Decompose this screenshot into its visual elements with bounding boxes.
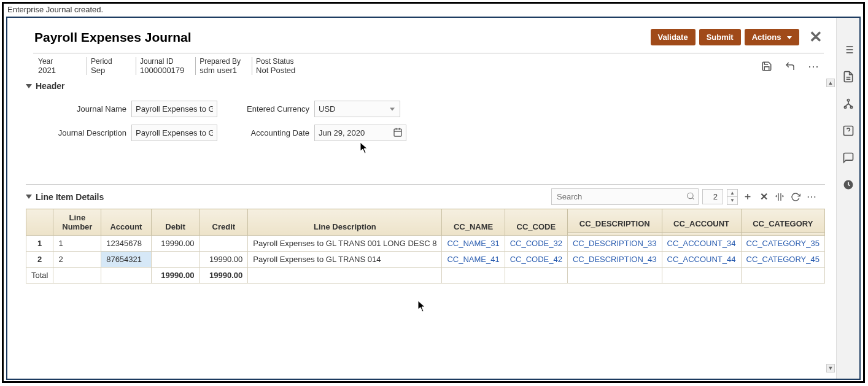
- cell-cc-description[interactable]: CC_DESCRIPTION_43: [567, 252, 662, 268]
- cell-line-number[interactable]: 2: [53, 252, 101, 268]
- cell-line-number[interactable]: 1: [53, 236, 101, 252]
- col-line-description[interactable]: Line Description: [248, 209, 442, 236]
- row-stepper[interactable]: ▲ ▼: [727, 189, 738, 205]
- cell-cc-account[interactable]: CC_ACCOUNT_34: [662, 236, 741, 252]
- svg-point-4: [688, 193, 693, 198]
- stepper-down-icon[interactable]: ▼: [727, 197, 737, 204]
- svg-line-5: [692, 198, 694, 199]
- info-period-value: Sep: [91, 66, 125, 75]
- validate-button[interactable]: Validate: [651, 29, 696, 45]
- hierarchy-icon[interactable]: [841, 96, 856, 111]
- info-panel: Year 2021 Period Sep Journal ID 10000001…: [33, 53, 824, 79]
- app-window: Enterprise Journal created. Payroll Expe…: [2, 2, 865, 383]
- cell-cc-code[interactable]: CC_CODE_42: [505, 252, 567, 268]
- col-debit[interactable]: Debit: [151, 209, 200, 236]
- list-icon[interactable]: [841, 42, 856, 57]
- journal-description-label: Journal Description: [45, 128, 126, 137]
- search-icon[interactable]: [686, 191, 695, 202]
- line-items-table: Line Number Account Debit Credit Line De…: [26, 209, 825, 284]
- info-poststatus-label: Post Status: [256, 57, 295, 66]
- col-cc-description[interactable]: CC_DESCRIPTION: [567, 209, 662, 233]
- actions-label: Actions: [752, 33, 781, 42]
- more-icon[interactable]: ⋯: [805, 191, 818, 203]
- journal-description-input[interactable]: [131, 125, 217, 141]
- cell-cc-name[interactable]: CC_NAME_41: [442, 252, 505, 268]
- info-preparedby-value: sdm user1: [200, 66, 241, 75]
- cell-debit[interactable]: [151, 252, 200, 268]
- entered-currency-label: Entered Currency: [242, 104, 309, 114]
- refresh-icon[interactable]: [789, 191, 802, 203]
- col-line-number[interactable]: Line Number: [53, 209, 101, 236]
- chevron-down-icon: [390, 107, 395, 110]
- cell-cc-category[interactable]: CC_CATEGORY_35: [741, 236, 824, 252]
- cell-credit[interactable]: [200, 236, 248, 252]
- col-cc-name[interactable]: CC_NAME: [442, 209, 505, 236]
- total-credit: 19990.00: [200, 268, 248, 284]
- actions-menu-button[interactable]: Actions: [745, 29, 799, 45]
- lineitems-disclosure-icon[interactable]: [26, 195, 32, 199]
- corner-header: [26, 209, 53, 236]
- table-row[interactable]: 1 1 12345678 19990.00 Payroll Expenses t…: [26, 236, 825, 252]
- info-preparedby-label: Prepared By: [200, 57, 241, 66]
- lineitems-section-title: Line Item Details: [36, 192, 104, 202]
- row-counter[interactable]: 2: [702, 189, 723, 204]
- row-number[interactable]: 2: [26, 252, 53, 268]
- add-row-icon[interactable]: ＋: [742, 191, 754, 203]
- cell-cc-name[interactable]: CC_NAME_31: [442, 236, 505, 252]
- table-row[interactable]: 2 2 87654321 19990.00 Payroll Expenses t…: [26, 252, 825, 268]
- entered-currency-select[interactable]: USD: [314, 101, 400, 117]
- header-disclosure-icon[interactable]: [26, 84, 32, 88]
- col-cc-account[interactable]: CC_ACCOUNT: [662, 209, 741, 233]
- info-year-label: Year: [38, 57, 76, 66]
- journal-panel: Payroll Expenses Journal Validate Submit…: [6, 17, 861, 380]
- cell-line-description[interactable]: Payroll Expenses to GL TRANS 014: [248, 252, 442, 268]
- col-cc-code[interactable]: CC_CODE: [505, 209, 567, 236]
- info-period-label: Period: [91, 57, 125, 66]
- col-cc-category[interactable]: CC_CATEGORY: [741, 209, 824, 233]
- comment-icon[interactable]: [841, 150, 856, 165]
- clock-icon[interactable]: [841, 177, 856, 192]
- cell-line-description[interactable]: Payroll Expenses to GL TRANS 001 LONG DE…: [248, 236, 442, 252]
- scroll-down-icon[interactable]: ▼: [826, 364, 835, 372]
- submit-button[interactable]: Submit: [699, 29, 741, 45]
- cell-cc-category[interactable]: CC_CATEGORY_45: [741, 252, 824, 268]
- adjust-columns-icon[interactable]: [773, 191, 786, 203]
- chevron-down-icon: [787, 36, 792, 39]
- info-journalid-label: Journal ID: [140, 57, 184, 66]
- info-journalid-value: 1000000179: [140, 66, 184, 75]
- more-icon[interactable]: ⋯: [807, 60, 820, 73]
- search-input[interactable]: [551, 188, 699, 205]
- close-icon[interactable]: ✕: [809, 28, 823, 47]
- svg-point-18: [850, 106, 852, 108]
- cell-cc-description[interactable]: CC_DESCRIPTION_33: [567, 236, 662, 252]
- stepper-up-icon[interactable]: ▲: [727, 190, 737, 197]
- cell-cc-account[interactable]: CC_ACCOUNT_44: [662, 252, 741, 268]
- col-credit[interactable]: Credit: [200, 209, 248, 236]
- cell-debit[interactable]: 19990.00: [151, 236, 200, 252]
- journal-name-input[interactable]: [131, 101, 217, 117]
- accounting-date-label: Accounting Date: [242, 128, 309, 137]
- cell-cc-code[interactable]: CC_CODE_32: [505, 236, 567, 252]
- svg-line-21: [848, 104, 851, 106]
- svg-point-17: [844, 106, 846, 108]
- scroll-up-icon[interactable]: ▲: [826, 79, 835, 87]
- cell-account[interactable]: 12345678: [101, 236, 151, 252]
- row-number[interactable]: 1: [26, 236, 53, 252]
- calendar-icon[interactable]: [393, 127, 403, 139]
- vertical-scrollbar[interactable]: ▲ ▼: [826, 79, 835, 372]
- delete-row-icon[interactable]: ✕: [758, 191, 770, 203]
- total-row: Total 19990.00 19990.00: [26, 268, 825, 284]
- header-section-title: Header: [36, 81, 64, 91]
- entered-currency-value: USD: [319, 104, 335, 114]
- undo-icon[interactable]: [783, 60, 797, 73]
- document-icon[interactable]: [841, 69, 856, 84]
- svg-line-20: [845, 104, 848, 106]
- cell-credit[interactable]: 19990.00: [200, 252, 248, 268]
- page-title: Payroll Expenses Journal: [34, 30, 647, 45]
- total-debit: 19990.00: [151, 268, 200, 284]
- help-icon[interactable]: [841, 123, 856, 138]
- save-icon[interactable]: [760, 60, 773, 73]
- cell-account[interactable]: 87654321: [101, 252, 151, 268]
- svg-rect-0: [394, 129, 401, 136]
- col-account[interactable]: Account: [101, 209, 151, 236]
